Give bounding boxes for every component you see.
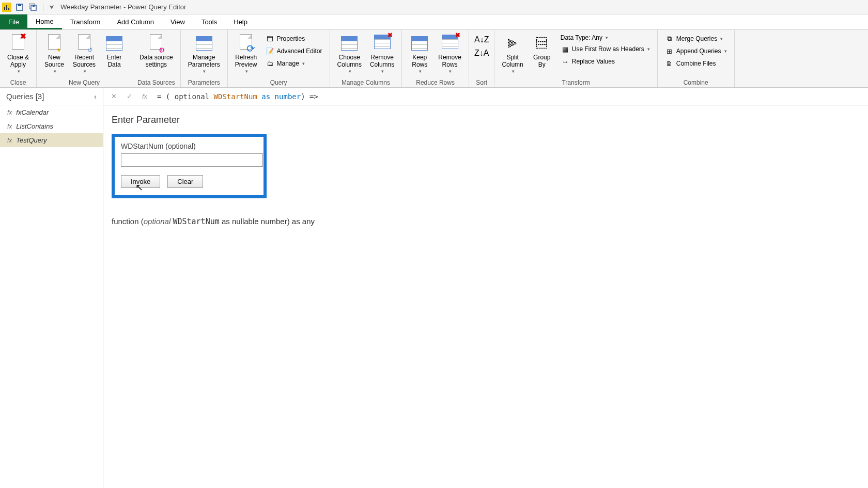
tab-file[interactable]: File [0,14,27,29]
remove-rows-button[interactable]: ✖ Remove Rows ▾ [435,32,464,76]
refresh-preview-button[interactable]: ⟳ Refresh Preview ▾ [232,32,260,76]
parameter-box: WDStartNum (optional) Invoke Clear ↖ [112,134,267,198]
fx-icon: fx [7,123,12,130]
query-item-testquery[interactable]: fx TestQuery [0,133,103,147]
group-by-button[interactable]: ⿳ Group By [529,32,555,71]
properties-icon: 🗔 [265,34,274,43]
chevron-down-icon: ▾ [381,69,384,74]
chevron-down-icon: ▾ [647,46,650,52]
replace-values-button[interactable]: ↔ Replace Values [557,56,653,67]
qa-toolbar-dropdown[interactable]: ⮟ [50,5,54,10]
merge-queries-button[interactable]: ⧉ Merge Queries ▾ [662,33,730,44]
recent-sources-button[interactable]: ↺ Recent Sources ▾ [70,32,99,76]
append-queries-button[interactable]: ⊞ Append Queries ▾ [662,45,730,57]
tab-home[interactable]: Home [27,14,62,29]
table-icon: ▦ [561,44,570,54]
group-label-combine: Combine [662,78,730,86]
tab-help[interactable]: Help [225,14,256,29]
keep-rows-button[interactable]: Keep Rows ▾ [406,32,433,76]
collapse-sidebar-icon[interactable]: ‹ [94,92,97,101]
query-label: fxCalendar [16,108,49,116]
ribbon-group-new-query: ✦ New Source ▾ ↺ Recent Sources ▾ Enter … [37,30,132,87]
split-column-button[interactable]: ⫸ Split Column ▾ [499,32,526,76]
replace-icon: ↔ [561,57,570,66]
chevron-down-icon: ▾ [203,69,206,74]
queries-header: Queries [3] ‹ [0,88,103,105]
app-icon [2,3,11,12]
commit-formula-icon[interactable]: ✓ [122,90,136,103]
svg-rect-4 [18,4,21,6]
data-source-settings-button[interactable]: ⚙ Data source settings [136,32,176,71]
chevron-down-icon: ▾ [512,69,515,74]
query-item-fxcalendar[interactable]: fx fxCalendar [0,105,103,119]
manage-parameters-button[interactable]: Manage Parameters ▾ [185,32,223,76]
cancel-formula-icon[interactable]: ✕ [106,90,121,103]
manage-query-button[interactable]: 🗂 Manage ▾ [262,58,325,69]
ribbon: ✖ Close & Apply ▾ Close ✦ New Source ▾ ↺… [0,30,868,88]
menu-tabs: File Home Transform Add Column View Tool… [0,14,868,30]
svg-rect-0 [4,7,5,10]
titlebar: │ ⮟ Weekday Parameter - Power Query Edit… [0,0,868,14]
tab-view[interactable]: View [162,14,193,29]
ribbon-group-close: ✖ Close & Apply ▾ Close [0,30,37,87]
query-item-listcontains[interactable]: fx ListContains [0,119,103,133]
advanced-editor-button[interactable]: 📝 Advanced Editor [262,45,325,57]
sort-desc-button[interactable]: Z↓A [473,48,490,59]
ribbon-group-reduce-rows: Keep Rows ▾ ✖ Remove Rows ▾ Reduce Rows [402,30,469,87]
new-source-button[interactable]: ✦ New Source ▾ [41,32,68,76]
save-icon[interactable] [14,2,25,12]
advanced-editor-icon: 📝 [265,46,274,56]
parameter-input[interactable] [121,153,263,167]
tab-transform[interactable]: Transform [62,14,109,29]
svg-rect-1 [6,5,7,10]
chevron-down-icon: ▾ [606,35,608,40]
clear-button[interactable]: Clear [167,175,203,188]
formula-text[interactable]: = ( optional WDStartNum as number) => [153,92,865,101]
enter-parameter-heading: Enter Parameter [112,115,860,125]
first-row-headers-button[interactable]: ▦ Use First Row as Headers ▾ [557,43,653,55]
append-icon: ⊞ [665,46,674,56]
function-signature: function (optional WDStartNum as nullabl… [112,217,860,226]
merge-icon: ⧉ [665,34,674,43]
fx-formula-icon[interactable]: fx [137,90,152,103]
chevron-down-icon: ▾ [302,61,305,66]
save-as-icon[interactable] [28,2,38,12]
chevron-down-icon: ▾ [449,69,452,74]
combine-files-button[interactable]: 🗎 Combine Files [662,58,730,69]
chevron-down-icon: ▾ [54,69,56,74]
body-area: Queries [3] ‹ fx fxCalendar fx ListConta… [0,88,868,488]
chevron-down-icon: ▾ [84,69,86,74]
properties-button[interactable]: 🗔 Properties [262,33,325,44]
ribbon-group-manage-columns: Choose Columns ▾ ✖ Remove Columns ▾ Mana… [330,30,402,87]
fx-icon: fx [7,109,12,116]
group-label-manage-columns: Manage Columns [334,78,398,86]
ribbon-group-combine: ⧉ Merge Queries ▾ ⊞ Append Queries ▾ 🗎 C… [658,30,735,87]
sort-asc-button[interactable]: A↓Z [473,34,490,45]
svg-rect-7 [33,5,35,7]
ribbon-group-parameters: Manage Parameters ▾ Parameters [181,30,228,87]
tab-add-column[interactable]: Add Column [109,14,162,29]
data-type-button[interactable]: Data Type: Any ▾ [557,33,653,42]
enter-data-button[interactable]: Enter Data [101,32,128,71]
queries-sidebar: Queries [3] ‹ fx fxCalendar fx ListConta… [0,88,103,488]
queries-title: Queries [3] [6,92,44,101]
svg-rect-2 [8,8,9,10]
close-and-apply-button[interactable]: ✖ Close & Apply ▾ [4,32,32,76]
group-label-parameters: Parameters [185,78,223,86]
group-label-data-sources: Data Sources [136,78,176,86]
close-and-apply-label: Close & Apply [7,54,29,69]
tab-tools[interactable]: Tools [193,14,225,29]
remove-columns-button[interactable]: ✖ Remove Columns ▾ [367,32,397,76]
group-label-close: Close [4,78,32,86]
chevron-down-icon: ▾ [720,36,723,41]
parameter-label: WDStartNum (optional) [121,142,257,150]
chevron-down-icon: ▾ [419,69,422,74]
window-title: Weekday Parameter - Power Query Editor [60,3,186,11]
query-label: TestQuery [16,136,47,144]
invoke-button[interactable]: Invoke [121,175,160,188]
group-label-transform: Transform [499,78,653,86]
ribbon-group-sort: A↓Z Z↓A Sort [469,30,494,87]
choose-columns-button[interactable]: Choose Columns ▾ [334,32,365,76]
group-label-reduce-rows: Reduce Rows [406,78,464,86]
chevron-down-icon: ▾ [18,69,20,74]
